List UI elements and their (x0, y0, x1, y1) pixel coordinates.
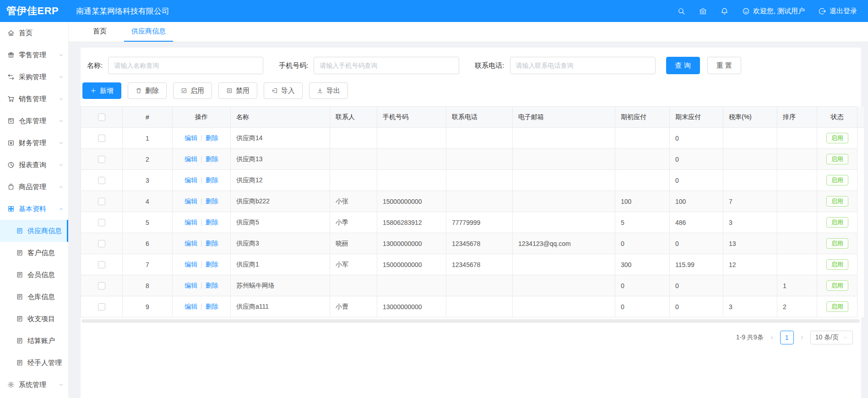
toolbar-button[interactable]: 新增 (82, 82, 121, 99)
bell-icon[interactable] (721, 7, 728, 15)
row-ops: 编辑|删除 (173, 149, 231, 170)
sidebar-item[interactable]: 会员信息 (0, 264, 68, 286)
cell-phone (377, 128, 446, 149)
ops-divider: | (201, 261, 202, 268)
tab[interactable]: 首页 (86, 22, 114, 42)
query-button[interactable]: 查 询 (666, 57, 700, 74)
welcome-user[interactable]: 欢迎您, 测试用户 (742, 7, 805, 16)
row-checkbox[interactable] (98, 135, 105, 142)
toolbar-button[interactable]: 导入 (264, 82, 303, 99)
row-checkbox[interactable] (98, 240, 105, 247)
tel-search-input[interactable] (510, 57, 656, 74)
sidebar-item[interactable]: 首页 (0, 22, 68, 44)
doc-icon (16, 337, 23, 344)
row-checkbox[interactable] (98, 198, 105, 205)
edit-link[interactable]: 编辑 (184, 155, 197, 163)
reset-button[interactable]: 重 置 (707, 57, 741, 74)
cell-phone: 15000000000 (377, 191, 446, 212)
cell-email (513, 149, 615, 170)
edit-link[interactable]: 编辑 (184, 303, 197, 310)
row-checkbox[interactable] (98, 282, 105, 289)
cell-begin: 0 (615, 275, 670, 296)
delete-link[interactable]: 删除 (206, 282, 218, 289)
search-icon[interactable] (678, 7, 685, 15)
sidebar-item[interactable]: 销售管理 (0, 88, 68, 110)
phone-search-input[interactable] (314, 57, 459, 74)
toolbar-button[interactable]: 删除 (128, 82, 167, 99)
scrollbar-gutter-cell (857, 149, 864, 170)
name-search-input[interactable] (108, 57, 263, 74)
next-page-button[interactable] (799, 335, 805, 340)
sidebar-item-label: 销售管理 (19, 95, 46, 104)
cell-email: 1234123@qq.com (513, 233, 615, 254)
delete-link[interactable]: 删除 (206, 176, 218, 184)
edit-link[interactable]: 编辑 (184, 282, 197, 289)
sidebar-item-label: 仓库信息 (27, 293, 55, 301)
row-ops: 编辑|删除 (173, 275, 231, 296)
sidebar-item[interactable]: 经手人管理 (0, 352, 68, 374)
sidebar-item-label: 基本资料 (19, 205, 46, 213)
toolbar-button[interactable]: 禁用 (218, 82, 257, 99)
cell-phone: 15806283912 (377, 212, 446, 233)
logout-button[interactable]: 退出登录 (819, 7, 857, 16)
scrollbar-gutter-cell (857, 170, 864, 191)
delete-link[interactable]: 删除 (206, 197, 218, 205)
sidebar-item[interactable]: 商品管理 (0, 176, 68, 198)
row-checkbox[interactable] (98, 156, 105, 163)
horizontal-scrollbar[interactable] (81, 319, 860, 323)
sidebar-item[interactable]: 结算账户 (0, 330, 68, 352)
select-all-header (81, 107, 123, 128)
bank-icon[interactable] (699, 7, 707, 15)
sidebar-item[interactable]: 采购管理 (0, 66, 68, 88)
delete-link[interactable]: 删除 (206, 303, 218, 310)
delete-link[interactable]: 删除 (206, 155, 218, 163)
prev-page-button[interactable] (769, 335, 775, 340)
delete-link[interactable]: 删除 (206, 261, 218, 268)
sidebar-item[interactable]: 财务管理 (0, 132, 68, 154)
column-header: 联系电话 (446, 107, 513, 128)
edit-link[interactable]: 编辑 (184, 197, 197, 205)
status-badge: 启用 (826, 196, 848, 207)
row-ops: 编辑|删除 (173, 212, 231, 233)
row-checkbox[interactable] (98, 219, 105, 226)
current-page-button[interactable]: 1 (780, 331, 794, 344)
cell-name: 供应商5 (231, 212, 330, 233)
cell-name: 供应商14 (231, 128, 330, 149)
select-all-checkbox[interactable] (98, 114, 105, 121)
cell-sort (777, 191, 817, 212)
toolbar-button[interactable]: 导出 (309, 82, 348, 99)
edit-link[interactable]: 编辑 (184, 240, 197, 247)
sidebar-item[interactable]: 客户信息 (0, 242, 68, 264)
delete-link[interactable]: 删除 (206, 240, 218, 247)
doc-icon (16, 227, 23, 234)
sidebar-item[interactable]: 系统管理 (0, 374, 68, 396)
sidebar-item[interactable]: 供应商信息 (0, 220, 68, 242)
cell-tel: 12345678 (446, 254, 513, 275)
toolbar-button[interactable]: 启用 (173, 82, 212, 99)
edit-link[interactable]: 编辑 (184, 176, 197, 184)
cell-tel (446, 275, 513, 296)
delete-link[interactable]: 删除 (206, 134, 218, 142)
sidebar-item-label: 零售管理 (19, 51, 46, 60)
sidebar-item[interactable]: 零售管理 (0, 44, 68, 66)
sidebar-item[interactable]: 仓库信息 (0, 286, 68, 308)
sidebar-item[interactable]: 报表查询 (0, 154, 68, 176)
page-size-select[interactable]: 10 条/页 (810, 331, 853, 344)
row-checkbox[interactable] (98, 261, 105, 268)
edit-link[interactable]: 编辑 (184, 261, 197, 268)
sidebar-item[interactable]: 仓库管理 (0, 110, 68, 132)
row-index: 7 (123, 254, 173, 275)
edit-link[interactable]: 编辑 (184, 218, 197, 226)
delete-link[interactable]: 删除 (206, 218, 218, 226)
cell-tel (446, 296, 513, 317)
column-header: 名称 (231, 107, 330, 128)
row-checkbox[interactable] (98, 303, 105, 311)
doc-icon (16, 249, 23, 256)
row-index: 3 (123, 170, 173, 191)
sidebar-item[interactable]: 基本资料 (0, 198, 68, 220)
edit-link[interactable]: 编辑 (184, 134, 197, 142)
name-label: 名称: (87, 61, 103, 70)
row-checkbox[interactable] (98, 177, 105, 184)
sidebar-item[interactable]: 收支项目 (0, 308, 68, 330)
tab[interactable]: 供应商信息 (124, 22, 173, 42)
